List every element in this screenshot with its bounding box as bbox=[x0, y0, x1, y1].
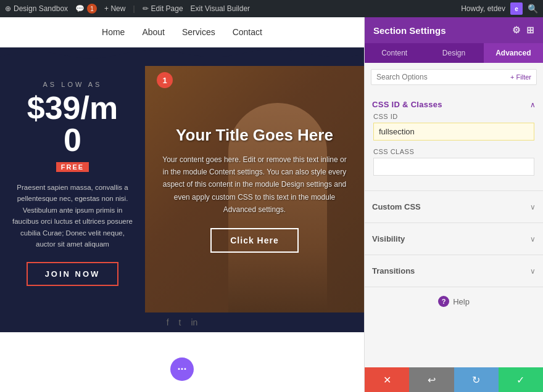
panel-expand-icon[interactable]: ⊞ bbox=[526, 25, 534, 36]
panel-tabs: Content Design Advanced bbox=[365, 43, 543, 63]
search-icon[interactable]: 🔍 bbox=[528, 4, 538, 14]
panel-body: CSS ID & Classes ∧ CSS ID CSS Class bbox=[365, 89, 543, 367]
main-content: Home About Services Contact A R N S S bbox=[0, 17, 543, 392]
help-icon: ? bbox=[438, 296, 449, 307]
hero-section: A R N S S AS LOW AS $39/m 0 FREE Praesen… bbox=[0, 66, 364, 312]
new-label: + New bbox=[104, 4, 125, 13]
join-now-button[interactable]: JOIN NOW bbox=[27, 262, 119, 286]
css-id-input[interactable] bbox=[373, 123, 534, 141]
help-row: ? Help bbox=[365, 290, 543, 313]
nav-contact[interactable]: Contact bbox=[233, 27, 262, 37]
css-id-classes-section: CSS ID & Classes ∧ CSS ID CSS Class bbox=[365, 91, 543, 188]
tab-design[interactable]: Design bbox=[424, 43, 483, 63]
preview-area: Home About Services Contact A R N S S bbox=[0, 17, 364, 392]
css-id-classes-title: CSS ID & Classes bbox=[372, 100, 442, 109]
css-class-input[interactable] bbox=[373, 158, 534, 176]
site-name-item: ⊕ Design Sandbox bbox=[5, 4, 68, 13]
wp-logo-icon: ⊕ bbox=[5, 4, 11, 13]
as-low-as-text: AS LOW AS bbox=[43, 81, 102, 88]
tab-advanced[interactable]: Advanced bbox=[484, 43, 543, 63]
exit-builder-label: Exit Visual Builder bbox=[191, 4, 251, 13]
visibility-chevron-icon: ∨ bbox=[530, 235, 536, 243]
footer-icon-2: t bbox=[179, 317, 181, 327]
footer-bar: f t in bbox=[0, 312, 364, 332]
admin-bar-right: Howdy, etdev e 🔍 bbox=[461, 2, 538, 15]
transitions-section[interactable]: Transitions ∨ bbox=[365, 258, 543, 284]
panel-search-container: + Filter bbox=[371, 69, 537, 85]
panel-header: Section Settings ⚙ ⊞ bbox=[365, 17, 543, 43]
transitions-chevron-icon: ∨ bbox=[530, 267, 536, 276]
wave-divider bbox=[0, 47, 364, 66]
sep1: | bbox=[133, 4, 135, 13]
save-button[interactable]: ✓ bbox=[499, 367, 543, 392]
comments-icon: 💬 bbox=[75, 4, 85, 13]
settings-panel: Section Settings ⚙ ⊞ Content Design Adva… bbox=[364, 17, 543, 392]
nav-home[interactable]: Home bbox=[102, 27, 125, 37]
nav-about[interactable]: About bbox=[142, 27, 165, 37]
custom-css-chevron-icon: ∨ bbox=[530, 203, 536, 211]
new-item[interactable]: + New bbox=[104, 4, 125, 13]
custom-css-section[interactable]: Custom CSS ∨ bbox=[365, 194, 543, 220]
exit-builder-item[interactable]: Exit Visual Builder bbox=[191, 4, 251, 13]
free-badge: FREE bbox=[56, 162, 89, 172]
redo-button[interactable]: ↻ bbox=[454, 367, 499, 392]
edit-page-label: Edit Page bbox=[151, 4, 183, 13]
divider-1 bbox=[365, 190, 543, 191]
zero-text: 0 bbox=[64, 124, 81, 156]
comments-badge: 1 bbox=[87, 4, 97, 14]
nav-services[interactable]: Services bbox=[182, 27, 215, 37]
comments-item[interactable]: 💬 1 bbox=[75, 4, 97, 14]
footer-icon-3: in bbox=[191, 317, 197, 327]
custom-css-title: Custom CSS bbox=[372, 202, 421, 211]
divider-4 bbox=[365, 287, 543, 287]
hero-body-text: Your content goes here. Edit or remove t… bbox=[160, 153, 349, 216]
site-name: Design Sandbox bbox=[14, 4, 68, 13]
floating-menu-button[interactable]: ··· bbox=[170, 357, 194, 381]
pencil-icon: ✏ bbox=[143, 4, 149, 13]
footer-icon-1: f bbox=[167, 317, 169, 327]
cancel-button[interactable]: ✕ bbox=[365, 367, 409, 392]
css-class-field: CSS Class bbox=[372, 148, 536, 176]
transitions-header[interactable]: Transitions ∨ bbox=[372, 263, 536, 279]
click-here-button[interactable]: Click Here bbox=[210, 228, 298, 253]
avatar: e bbox=[510, 2, 523, 15]
help-text[interactable]: Help bbox=[453, 297, 470, 306]
hero-left-panel: A R N S S AS LOW AS $39/m 0 FREE Praesen… bbox=[0, 66, 145, 312]
css-id-classes-header[interactable]: CSS ID & Classes ∧ bbox=[372, 96, 536, 113]
filter-button[interactable]: + Filter bbox=[510, 73, 531, 81]
visibility-header[interactable]: Visibility ∨ bbox=[372, 231, 536, 247]
panel-title: Section Settings bbox=[373, 25, 446, 36]
hero-text-overlay: Your Title Goes Here Your content goes h… bbox=[145, 126, 364, 253]
settings-gear-icon[interactable]: ⚙ bbox=[512, 25, 520, 36]
css-id-classes-chevron-icon: ∧ bbox=[530, 100, 536, 109]
edit-page-item[interactable]: ✏ Edit Page bbox=[143, 4, 183, 13]
visibility-title: Visibility bbox=[372, 234, 405, 243]
howdy-text: Howdy, etdev bbox=[461, 4, 505, 13]
hero-description: Praesent sapien massa, convallis a pelle… bbox=[10, 182, 135, 250]
css-id-label: CSS ID bbox=[373, 113, 534, 120]
search-input[interactable] bbox=[376, 73, 510, 81]
divider-2 bbox=[365, 223, 543, 223]
hero-title: Your Title Goes Here bbox=[160, 126, 349, 145]
tab-content[interactable]: Content bbox=[365, 43, 424, 63]
css-id-field: CSS ID bbox=[372, 113, 536, 141]
panel-actions: ✕ ↩ ↻ ✓ bbox=[365, 367, 543, 392]
site-nav: Home About Services Contact bbox=[0, 17, 364, 47]
transitions-title: Transitions bbox=[372, 266, 415, 276]
divider-3 bbox=[365, 255, 543, 255]
price-text: $39/m bbox=[27, 92, 118, 124]
css-class-label: CSS Class bbox=[373, 148, 534, 155]
visibility-section[interactable]: Visibility ∨ bbox=[365, 226, 543, 252]
hero-right-panel: 1 Your Title Goes Here Your content goes… bbox=[145, 66, 364, 312]
badge-number: 1 bbox=[157, 72, 173, 88]
custom-css-header[interactable]: Custom CSS ∨ bbox=[372, 198, 536, 215]
admin-bar: ⊕ Design Sandbox 💬 1 + New | ✏ Edit Page… bbox=[0, 0, 543, 17]
panel-header-icons: ⚙ ⊞ bbox=[512, 25, 534, 36]
undo-button[interactable]: ↩ bbox=[409, 367, 454, 392]
